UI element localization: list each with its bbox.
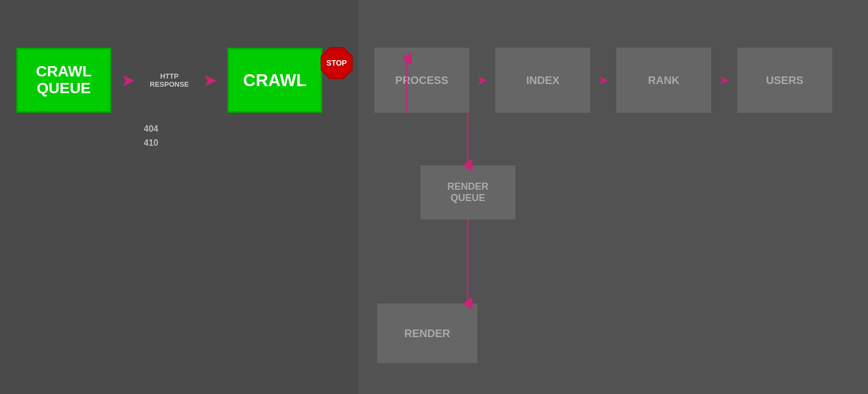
process-box[interactable]: PROCESS bbox=[374, 48, 469, 113]
main-content: CRAWL QUEUE ➤ HTTP RESPONSE ➤ CRAWL STOP… bbox=[0, 0, 868, 394]
http-response-label: HTTP RESPONSE bbox=[150, 72, 189, 88]
flow-row: CRAWL QUEUE ➤ HTTP RESPONSE ➤ CRAWL bbox=[16, 48, 322, 113]
arrow-rank-users: ➤ bbox=[719, 73, 730, 88]
rank-box[interactable]: RANK bbox=[616, 48, 711, 113]
arrow-to-crawl: ➤ bbox=[203, 70, 218, 91]
render-box[interactable]: RENDER bbox=[377, 303, 477, 363]
arrow-index-rank: ➤ bbox=[598, 73, 609, 88]
error-410: 410 bbox=[144, 136, 158, 150]
error-codes: 404 410 bbox=[144, 122, 158, 150]
render-queue-box[interactable]: RENDER QUEUE bbox=[420, 165, 515, 219]
stop-sign[interactable]: STOP bbox=[319, 46, 354, 81]
crawl-queue-box[interactable]: CRAWL QUEUE bbox=[16, 48, 111, 113]
users-box[interactable]: USERS bbox=[737, 48, 832, 113]
crawl-box[interactable]: CRAWL bbox=[227, 48, 322, 113]
render-queue-label: RENDER QUEUE bbox=[447, 181, 488, 204]
error-404: 404 bbox=[144, 122, 158, 136]
svg-text:STOP: STOP bbox=[327, 59, 347, 67]
arrow-to-http: ➤ bbox=[121, 70, 136, 91]
pipeline-row: PROCESS ➤ INDEX ➤ RANK ➤ USERS bbox=[374, 48, 832, 113]
arrow-process-index: ➤ bbox=[477, 73, 488, 88]
index-box[interactable]: INDEX bbox=[495, 48, 590, 113]
